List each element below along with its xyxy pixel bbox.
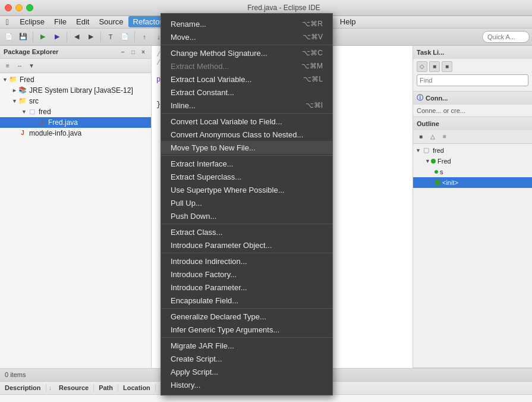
extract-superclass-label: Extract Superclass... <box>171 172 323 181</box>
package-explorer-title: Package Explorer <box>4 48 119 55</box>
task-find-input[interactable] <box>417 74 528 86</box>
link-editor-btn[interactable]: ↔ <box>14 60 25 71</box>
outline-label-s: s <box>440 168 443 175</box>
outline-btn-3[interactable]: ≡ <box>439 131 450 142</box>
infer-generic-label: Infer Generic Type Arguments... <box>171 325 323 334</box>
quick-access-input[interactable] <box>482 31 530 43</box>
outline-item-method[interactable]: <init> <box>413 177 532 188</box>
menu-help[interactable]: Help <box>335 16 361 27</box>
menu-item-history[interactable]: History... <box>161 378 332 391</box>
package-explorer-panel: Package Explorer − □ × ≡ ↔ ▼ ▼ 📁 Fred <box>0 46 152 368</box>
menu-item-rename[interactable]: Rename... ⌥⌘R <box>161 17 332 30</box>
use-supertype-label: Use Supertype Where Possible... <box>171 186 323 194</box>
menu-item-extract-class[interactable]: Extract Class... <box>161 225 332 238</box>
menu-item-use-supertype[interactable]: Use Supertype Where Possible... <box>161 183 332 196</box>
menu-item-inline[interactable]: Inline... ⌥⌘I <box>161 99 332 112</box>
minimize-panel-icon[interactable]: − <box>119 48 127 56</box>
close-button[interactable] <box>5 4 12 11</box>
outline-item-fred-pkg[interactable]: ▼ ▢ fred <box>413 145 532 156</box>
tree-item-fred-pkg[interactable]: ▼ ▢ fred <box>0 106 151 117</box>
prev-annotation-button[interactable]: ↑ <box>138 30 151 43</box>
menu-item-infer-generic[interactable]: Infer Generic Type Arguments... <box>161 323 332 336</box>
project-icon: 📁 <box>8 75 18 84</box>
task-btn-2[interactable]: ■ <box>429 61 440 72</box>
collapse-all-btn[interactable]: ≡ <box>2 60 13 71</box>
menu-item-push-down[interactable]: Push Down... <box>161 209 332 222</box>
arrow-jre: ► <box>12 87 18 93</box>
pull-up-label: Pull Up... <box>171 199 323 208</box>
tree-item-src[interactable]: ▼ 📁 src <box>0 96 151 106</box>
package-explorer-tree: ▼ 📁 Fred ► 📚 JRE System Library [JavaSE-… <box>0 73 151 368</box>
save-button[interactable]: 💾 <box>17 30 30 43</box>
refactor-menu-section-1: Rename... ⌥⌘R Move... ⌥⌘V <box>161 16 332 45</box>
outline-label-fred-class: Fred <box>437 158 451 165</box>
tree-item-fred-project[interactable]: ▼ 📁 Fred <box>0 74 151 85</box>
view-menu-btn[interactable]: ▼ <box>26 60 37 71</box>
menu-item-encapsulate-field[interactable]: Encapsulate Field... <box>161 294 332 307</box>
menu-item-apply-script[interactable]: Apply Script... <box>161 365 332 378</box>
menu-item-extract-superclass[interactable]: Extract Superclass... <box>161 170 332 183</box>
outline-item-fred-class[interactable]: ▼ Fred <box>413 156 532 167</box>
outline-btn-1[interactable]: ■ <box>415 131 426 142</box>
change-method-sig-label: Change Method Signature... <box>171 49 292 58</box>
menu-edit[interactable]: Edit <box>71 16 94 27</box>
new-button[interactable]: 📄 <box>2 30 15 43</box>
outline-label-method: <init> <box>442 179 458 186</box>
menu-item-introduce-factory[interactable]: Introduce Factory... <box>161 268 332 281</box>
menu-item-generalize-type[interactable]: Generalize Declared Type... <box>161 310 332 323</box>
tree-label-module-info: module-info.java <box>29 129 81 137</box>
close-panel-icon[interactable]: × <box>139 48 147 56</box>
tree-item-fred-java[interactable]: J Fred.java <box>0 117 151 128</box>
debug-button[interactable]: ▶ <box>51 30 64 43</box>
tree-label-fred: Fred <box>20 76 34 84</box>
outline-btn-2[interactable]: △ <box>427 131 438 142</box>
menu-item-migrate-jar[interactable]: Migrate JAR File... <box>161 339 332 352</box>
menu-item-create-script[interactable]: Create Script... <box>161 352 332 365</box>
menu-item-convert-anonymous[interactable]: Convert Anonymous Class to Nested... <box>161 128 332 141</box>
inline-shortcut: ⌥⌘I <box>306 101 323 109</box>
tree-item-jre[interactable]: ► 📚 JRE System Library [JavaSE-12] <box>0 85 151 96</box>
push-down-label: Push Down... <box>171 212 323 221</box>
refactor-menu-section-2: Change Method Signature... ⌥⌘C Extract M… <box>161 45 332 114</box>
menu-file[interactable]: File <box>49 16 71 27</box>
rename-shortcut: ⌥⌘R <box>302 20 323 28</box>
menu-item-move-type[interactable]: Move Type to New File... <box>161 141 332 154</box>
forward-button[interactable]: ▶ <box>84 30 97 43</box>
connections-header: ⓘ Conn... <box>413 92 532 105</box>
traffic-lights <box>5 4 33 11</box>
open-resource-button[interactable]: 📄 <box>118 30 131 43</box>
back-button[interactable]: ◀ <box>70 30 83 43</box>
info-icon: ⓘ <box>417 93 423 102</box>
tree-item-module-info[interactable]: J module-info.java <box>0 128 151 139</box>
right-panels: Task Li... ◇ ■ ■ ⓘ Conn... <box>413 46 532 368</box>
menu-item-move[interactable]: Move... ⌥⌘V <box>161 30 332 43</box>
apple-menu[interactable]:  <box>2 16 12 28</box>
minimize-button[interactable] <box>15 4 23 11</box>
menu-item-introduce-param[interactable]: Introduce Parameter... <box>161 281 332 294</box>
outline-section: Outline ■ △ ≡ ▼ ▢ fred ▼ <box>413 117 532 368</box>
open-type-button[interactable]: T <box>104 30 117 43</box>
arrow-fred: ▼ <box>2 77 8 83</box>
run-button[interactable]: ▶ <box>36 30 49 43</box>
task-btn-3[interactable]: ■ <box>442 61 452 72</box>
extract-class-label: Extract Class... <box>171 228 323 237</box>
menu-item-extract-constant[interactable]: Extract Constant... <box>161 86 332 99</box>
menu-item-convert-local-var[interactable]: Convert Local Variable to Field... <box>161 115 332 128</box>
outline-item-s-field[interactable]: s <box>413 167 532 177</box>
extract-interface-label: Extract Interface... <box>171 159 323 168</box>
menu-item-extract-interface[interactable]: Extract Interface... <box>161 157 332 170</box>
menu-item-extract-local-var[interactable]: Extract Local Variable... ⌥⌘L <box>161 73 332 86</box>
inline-label: Inline... <box>171 101 296 110</box>
maximize-button[interactable] <box>26 4 33 11</box>
connections-content: Conne... or cre... <box>413 105 532 117</box>
maximize-panel-icon[interactable]: □ <box>129 48 137 56</box>
menu-source[interactable]: Source <box>94 16 128 27</box>
menu-item-introduce-param-obj[interactable]: Introduce Parameter Object... <box>161 238 332 252</box>
menu-item-introduce-indirection[interactable]: Introduce Indirection... <box>161 255 332 268</box>
menu-eclipse[interactable]: Eclipse <box>15 16 49 27</box>
menu-item-change-method-sig[interactable]: Change Method Signature... ⌥⌘C <box>161 46 332 59</box>
refactor-menu-section-4: Extract Interface... Extract Superclass.… <box>161 156 332 224</box>
menu-item-pull-up[interactable]: Pull Up... <box>161 196 332 209</box>
task-btn-1[interactable]: ◇ <box>417 61 427 72</box>
refactor-dropdown-menu: Rename... ⌥⌘R Move... ⌥⌘V Change Method … <box>160 13 333 395</box>
